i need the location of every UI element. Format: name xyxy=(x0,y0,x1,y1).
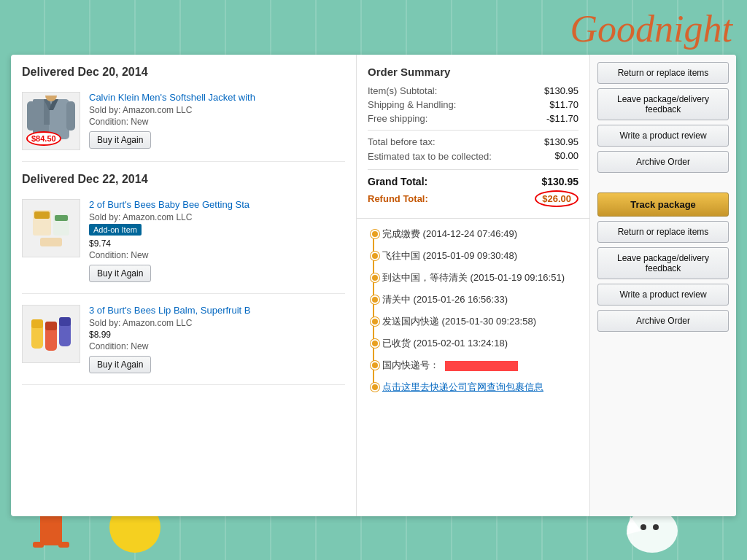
timeline-dot-0 xyxy=(371,230,379,238)
svg-rect-27 xyxy=(59,317,71,326)
free-shipping-row: Free shipping: -$11.70 xyxy=(368,113,578,124)
item-title-1[interactable]: Calvin Klein Men's Softshell Jacket with xyxy=(89,92,345,103)
page-wrapper: Goodnight Delivered Dec 20, 20 xyxy=(0,0,747,560)
timeline: 完成缴费 (2014-12-24 07:46:49) 飞往中国 (2015-01… xyxy=(368,228,578,394)
domestic-label: 国内快递号： xyxy=(382,359,439,370)
timeline-dot-5 xyxy=(371,339,379,348)
order-summary-box: Order Summary Item(s) Subtotal: $130.95 … xyxy=(357,55,589,219)
tracking-section: 完成缴费 (2014-12-24 07:46:49) 飞往中国 (2015-01… xyxy=(357,219,589,411)
tracking-link[interactable]: 点击这里去快递公司官网查询包裹信息 xyxy=(382,381,543,392)
svg-rect-21 xyxy=(40,238,62,246)
total-before-tax-row: Total before tax: $130.95 xyxy=(368,136,578,147)
shipping-row: Shipping & Handling: $11.70 xyxy=(368,99,578,110)
timeline-item-3: 清关中 (2015-01-26 16:56:33) xyxy=(382,293,578,306)
buy-again-btn-2[interactable]: Buy it Again xyxy=(89,265,151,282)
item-price-3: $8.99 xyxy=(89,330,345,340)
svg-rect-14 xyxy=(27,101,36,131)
item-seller-1: Sold by: Amazon.com LLC xyxy=(89,105,345,115)
timeline-dot-2 xyxy=(371,273,379,282)
button-section-gap xyxy=(597,177,729,188)
item-seller-3: Sold by: Amazon.com LLC xyxy=(89,318,345,328)
buy-again-btn-1[interactable]: Buy it Again xyxy=(89,131,151,149)
item-title-3[interactable]: 3 of Burt's Bees Lip Balm, Superfruit B xyxy=(89,305,345,316)
timeline-dot-3 xyxy=(371,295,379,304)
order-item-3: 3 of Burt's Bees Lip Balm, Superfruit B … xyxy=(22,305,345,385)
svg-rect-15 xyxy=(66,101,75,131)
item-title-2[interactable]: 2 of Burt's Bees Baby Bee Getting Sta xyxy=(89,199,345,210)
svg-point-6 xyxy=(640,524,646,530)
shipping-value: $11.70 xyxy=(549,99,578,110)
price-badge-1: $84.50 xyxy=(26,131,61,146)
refund-label: Refund Total: xyxy=(368,193,428,204)
buy-again-btn-3[interactable]: Buy it Again xyxy=(89,356,151,373)
item-details-2: 2 of Burt's Bees Baby Bee Getting Sta So… xyxy=(89,199,345,282)
item-condition-1: Condition: New xyxy=(89,117,345,127)
return-replace-btn-2[interactable]: Return or replace items xyxy=(597,221,729,243)
timeline-item-4: 发送国内快递 (2015-01-30 09:23:58) xyxy=(382,315,578,328)
review-btn-1[interactable]: Write a product review xyxy=(597,125,729,147)
item-image-3 xyxy=(22,305,80,363)
items-subtotal-row: Item(s) Subtotal: $130.95 xyxy=(368,85,578,96)
item-image-2 xyxy=(22,199,80,257)
archive-btn-2[interactable]: Archive Order xyxy=(597,310,729,332)
redacted-tracking-number xyxy=(445,361,518,371)
order-summary-title: Order Summary xyxy=(368,66,578,78)
timeline-dot-4 xyxy=(371,317,379,326)
timeline-dot-link xyxy=(371,383,379,392)
shipping-label: Shipping & Handling: xyxy=(368,99,456,110)
timeline-dot-1 xyxy=(371,252,379,260)
item-price-2: $9.74 xyxy=(89,238,345,249)
items-subtotal-value: $130.95 xyxy=(544,85,578,96)
right-section: Return or replace items Leave package/de… xyxy=(590,55,736,516)
summary-divider xyxy=(368,130,578,131)
svg-rect-23 xyxy=(31,319,43,328)
main-card: Delivered Dec 20, 2014 xyxy=(11,55,736,516)
total-before-tax-label: Total before tax: xyxy=(368,136,436,147)
feedback-btn-2[interactable]: Leave package/delivery feedback xyxy=(597,247,729,279)
item-seller-2: Sold by: Amazon.com LLC xyxy=(89,212,345,222)
archive-btn-1[interactable]: Archive Order xyxy=(597,151,729,173)
svg-rect-18 xyxy=(34,211,50,219)
review-btn-2[interactable]: Write a product review xyxy=(597,284,729,306)
return-replace-btn-1[interactable]: Return or replace items xyxy=(597,62,729,84)
brand-logo: Goodnight xyxy=(570,7,732,50)
addon-badge: Add-on Item xyxy=(89,224,142,236)
delivery-header-2: Delivered Dec 22, 2014 xyxy=(22,173,345,190)
svg-rect-2 xyxy=(33,542,44,548)
order-item-2: 2 of Burt's Bees Baby Bee Getting Sta So… xyxy=(22,199,345,294)
grand-total-row: Grand Total: $130.95 xyxy=(368,176,578,187)
left-section: Delivered Dec 20, 2014 xyxy=(11,55,357,516)
item-condition-3: Condition: New xyxy=(89,341,345,351)
feedback-btn-1[interactable]: Leave package/delivery feedback xyxy=(597,88,729,120)
grand-total-label: Grand Total: xyxy=(368,176,427,187)
timeline-item-5: 已收货 (2015-02-01 13:24:18) xyxy=(382,337,578,350)
track-package-btn[interactable]: Track package xyxy=(597,192,729,217)
timeline-link[interactable]: 点击这里去快递公司官网查询包裹信息 xyxy=(382,381,578,394)
item-details-1: Calvin Klein Men's Softshell Jacket with… xyxy=(89,92,345,149)
middle-section: Order Summary Item(s) Subtotal: $130.95 … xyxy=(357,55,590,516)
estimated-tax-value: $0.00 xyxy=(554,150,578,163)
timeline-item-2: 到达中国，等待清关 (2015-01-19 09:16:51) xyxy=(382,271,578,284)
delivery-header-1: Delivered Dec 20, 2014 xyxy=(22,66,345,83)
refund-row: Refund Total: $26.00 xyxy=(368,190,578,207)
item-image-1: $84.50 xyxy=(22,92,80,150)
timeline-domestic: 国内快递号： xyxy=(382,359,578,372)
timeline-item-0: 完成缴费 (2014-12-24 07:46:49) xyxy=(382,228,578,241)
free-shipping-label: Free shipping: xyxy=(368,113,427,124)
svg-point-7 xyxy=(653,524,659,530)
item-details-3: 3 of Burt's Bees Lip Balm, Superfruit B … xyxy=(89,305,345,373)
summary-divider-2 xyxy=(368,169,578,170)
order-item-1: $84.50 Calvin Klein Men's Softshell Jack… xyxy=(22,92,345,162)
total-before-tax-value: $130.95 xyxy=(544,136,578,147)
refund-value: $26.00 xyxy=(535,190,578,207)
items-subtotal-label: Item(s) Subtotal: xyxy=(368,85,437,96)
estimated-tax-row: Estimated tax to be collected: $0.00 xyxy=(368,150,578,163)
svg-rect-25 xyxy=(45,322,57,330)
timeline-item-1: 飞往中国 (2015-01-09 09:30:48) xyxy=(382,249,578,262)
svg-rect-3 xyxy=(58,542,69,548)
free-shipping-value: -$11.70 xyxy=(546,113,578,124)
estimated-tax-label: Estimated tax to be collected: xyxy=(368,150,492,163)
svg-rect-20 xyxy=(55,215,68,221)
grand-total-value: $130.95 xyxy=(541,176,578,187)
item-condition-2: Condition: New xyxy=(89,250,345,260)
